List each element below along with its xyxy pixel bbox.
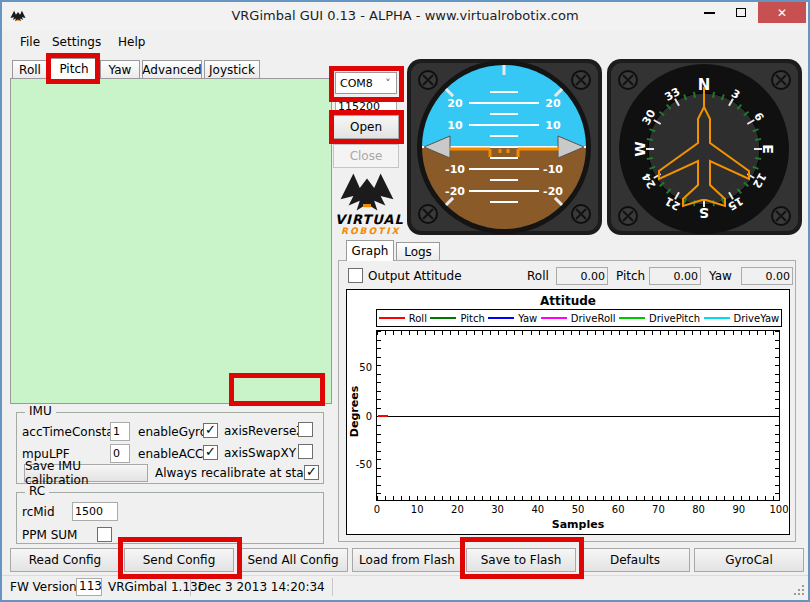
y-axis-label: Degrees: [348, 386, 361, 437]
y-tick: 0: [366, 410, 372, 421]
open-button[interactable]: Open: [333, 115, 399, 139]
send-config-button[interactable]: Send Config: [124, 548, 234, 572]
menu-help[interactable]: Help: [118, 35, 145, 49]
chart-title: Attitude: [347, 294, 789, 308]
yaw-readout-label: Yaw: [709, 269, 732, 283]
menu-file[interactable]: File: [20, 35, 40, 49]
close-button-com[interactable]: Close: [333, 144, 399, 168]
tab-joystick[interactable]: Joystick: [204, 60, 260, 79]
resize-grip-icon[interactable]: [793, 584, 805, 596]
build-date: Dec 3 2013 14:20:34: [198, 580, 325, 594]
tab-pitch[interactable]: Pitch: [50, 58, 98, 79]
attitude-indicator: 20 20 10 10 -10 -10 -20 -20: [407, 59, 602, 235]
close-button[interactable]: ✕: [758, 2, 806, 23]
x-tick: 70: [652, 504, 665, 515]
logo-text-virtual: VIRTUAL: [335, 212, 404, 227]
enable-acc-label: enableACC: [138, 447, 203, 461]
fw-version-value: 113: [76, 578, 102, 596]
save-to-flash-button[interactable]: Save to Flash: [466, 548, 576, 572]
output-attitude-label: Output Attitude: [368, 269, 462, 283]
gyrocal-button[interactable]: GyroCal: [694, 548, 804, 572]
yaw-readout: [741, 267, 793, 285]
recalibrate-label: Always recalibrate at start: [155, 466, 313, 480]
ppm-sum-checkbox[interactable]: [97, 527, 112, 542]
roll-readout: [556, 267, 608, 285]
title-bar: VRGimbal GUI 0.13 - ALPHA - www.virtualr…: [2, 2, 808, 31]
legend-item: Yaw: [488, 313, 537, 324]
menu-bar: File Settings Help: [2, 30, 808, 56]
axis-swap-xy-label: axisSwapXY: [224, 446, 296, 460]
svg-text:S: S: [699, 205, 709, 221]
ppm-sum-label: PPM SUM: [22, 528, 77, 542]
x-tick: 10: [411, 504, 424, 515]
svg-text:-20: -20: [445, 185, 465, 198]
close-icon: ✕: [777, 6, 787, 20]
chart-legend: Roll Pitch Yaw DriveRoll DrivePitch Driv…: [376, 309, 782, 327]
pitch-readout-label: Pitch: [616, 269, 645, 283]
axis-reverse-z-checkbox[interactable]: [298, 422, 313, 437]
svg-text:20: 20: [447, 97, 463, 110]
svg-text:-10: -10: [543, 163, 563, 176]
imu-group-title: IMU: [25, 404, 56, 418]
defaults-button[interactable]: Defaults: [580, 548, 690, 572]
check-icon: ✓: [306, 464, 317, 479]
y-tick: -50: [356, 458, 372, 469]
chevron-down-icon: ˅: [380, 78, 396, 89]
plot-area: 50 0 -50 0 10 20 30 40 50 60 70 80 90 10…: [376, 330, 780, 501]
fw-version-label: FW Version: [10, 580, 77, 594]
legend-item: DriveRoll: [541, 313, 616, 324]
menu-settings[interactable]: Settings: [52, 35, 101, 49]
pitch-tab-page: [10, 78, 332, 404]
rcmid-input[interactable]: [72, 502, 118, 521]
check-icon: ✓: [205, 444, 216, 459]
pitch-readout: [649, 267, 701, 285]
x-tick: 100: [769, 504, 788, 515]
enable-acc-checkbox[interactable]: ✓: [203, 445, 218, 460]
status-bar: FW Version 113 VRGimbal 1.13c Dec 3 2013…: [2, 575, 808, 601]
tab-logs[interactable]: Logs: [396, 242, 440, 261]
svg-text:-20: -20: [543, 185, 563, 198]
x-tick: 40: [531, 504, 544, 515]
minimize-icon: [704, 12, 715, 14]
com-port-select[interactable]: COM8 ˅: [335, 72, 397, 94]
maximize-button[interactable]: [726, 2, 756, 23]
x-tick: 90: [732, 504, 745, 515]
load-from-flash-button[interactable]: Load from Flash: [352, 548, 462, 572]
x-tick: 0: [374, 504, 380, 515]
tab-graph[interactable]: Graph: [346, 240, 394, 261]
read-config-button[interactable]: Read Config: [10, 548, 120, 572]
send-all-config-button[interactable]: Send All Config: [238, 548, 348, 572]
svg-text:E: E: [760, 144, 776, 154]
app-window: VRGimbal GUI 0.13 - ALPHA - www.virtualr…: [0, 0, 810, 602]
enable-gyro-checkbox[interactable]: ✓: [203, 423, 218, 438]
legend-item: Pitch: [430, 313, 484, 324]
save-imu-calibration-button[interactable]: Save IMU calibration: [24, 464, 148, 482]
tab-yaw[interactable]: Yaw: [100, 60, 140, 79]
x-tick: 60: [612, 504, 625, 515]
x-tick: 30: [491, 504, 504, 515]
recalibrate-checkbox[interactable]: ✓: [304, 465, 319, 480]
minimize-button[interactable]: [694, 2, 724, 23]
enable-gyro-label: enableGyro: [138, 425, 207, 439]
zero-line: [377, 416, 779, 417]
tab-advanced[interactable]: Advanced: [142, 60, 202, 79]
svg-text:10: 10: [545, 119, 561, 132]
roll-trace: [378, 415, 388, 417]
baud-rate-input[interactable]: [335, 97, 397, 116]
output-attitude-checkbox[interactable]: [348, 268, 363, 283]
heading-indicator: N 3 6 E 12 15 S 21 24 W 30 33: [607, 59, 802, 235]
x-tick: 20: [451, 504, 464, 515]
svg-text:W: W: [632, 141, 648, 156]
tab-roll[interactable]: Roll: [12, 60, 48, 79]
x-tick: 50: [572, 504, 585, 515]
svg-text:-10: -10: [445, 163, 465, 176]
rc-bottom-group-title: RC: [25, 484, 49, 498]
acc-time-constant-input[interactable]: [110, 422, 130, 441]
axis-reverse-z-label: axisReverseZ: [224, 424, 305, 438]
check-icon: ✓: [205, 422, 216, 437]
y-tick: 50: [359, 362, 372, 373]
axis-swap-xy-checkbox[interactable]: [298, 444, 313, 459]
legend-item: Roll: [379, 313, 427, 324]
roll-readout-label: Roll: [527, 269, 549, 283]
x-tick: 80: [692, 504, 705, 515]
